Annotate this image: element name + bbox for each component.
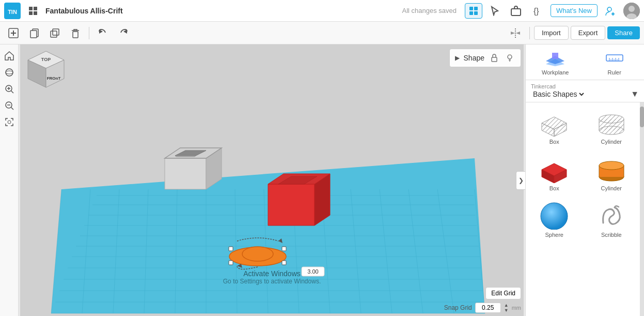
box-red-item[interactable]: Box (526, 149, 583, 195)
add-user-icon (605, 5, 616, 17)
saved-status: All changes saved (402, 7, 457, 14)
shape-panel-toggle[interactable]: ▶ (455, 54, 460, 62)
svg-rect-104 (606, 55, 623, 61)
canvas-svg: 3.00 (19, 44, 525, 316)
zoom-out-button[interactable] (2, 98, 17, 113)
svg-rect-9 (474, 11, 478, 15)
svg-rect-3 (34, 7, 37, 10)
viewport-cube[interactable]: TOP FROnT (23, 49, 69, 95)
zoom-out-icon (4, 100, 14, 111)
shape-library-select[interactable]: Basic Shapes (531, 89, 586, 99)
svg-rect-8 (469, 11, 473, 15)
svg-point-97 (508, 55, 512, 59)
cylinder-orange-icon (593, 153, 630, 183)
cylinder-orange-item[interactable]: Cylinder (583, 149, 640, 195)
collapse-panel-button[interactable]: ❯ (516, 171, 525, 190)
mm-label: mm (512, 305, 521, 311)
ruler-icon (604, 50, 625, 66)
edit-grid-button[interactable]: Edit Grid (485, 287, 521, 299)
project-name: Fantabulous Allis-Crift (45, 7, 123, 15)
svg-point-129 (599, 161, 624, 170)
snap-increment-button[interactable]: ▲ (504, 303, 509, 308)
svg-rect-85 (229, 261, 233, 265)
workplane-icon (545, 50, 566, 66)
mirror-icon (510, 27, 521, 39)
svg-text:3.00: 3.00 (307, 268, 318, 275)
lock-icon (490, 53, 499, 63)
svg-point-121 (599, 115, 624, 123)
briefcase-icon (510, 5, 522, 17)
orbit-button[interactable] (2, 65, 17, 80)
briefcase-button[interactable] (507, 3, 525, 19)
toolbar: Import Export Share (0, 22, 644, 44)
lock-button[interactable] (489, 52, 500, 64)
ruler-label: Ruler (608, 69, 621, 76)
dropdown-arrow-icon[interactable]: ▼ (631, 89, 639, 99)
workplane-ruler-bar: Workplane Ruler (526, 44, 644, 80)
svg-point-41 (8, 121, 11, 124)
sphere-blue-item[interactable]: Sphere (526, 195, 583, 242)
scribble-item[interactable]: Scribble (583, 195, 640, 242)
zoom-in-button[interactable] (2, 82, 17, 96)
scrollbar-thumb[interactable] (640, 107, 644, 127)
svg-rect-25 (73, 32, 78, 38)
tinkercad-logo[interactable]: TIN (4, 3, 21, 19)
undo-button[interactable] (93, 25, 112, 41)
svg-point-17 (629, 6, 635, 12)
topbar: TIN Fantabulous Allis-Crift All changes … (0, 0, 644, 22)
svg-rect-22 (30, 31, 37, 38)
share-button[interactable]: Share (607, 26, 640, 39)
svg-point-82 (242, 247, 273, 261)
zoom-in-icon (4, 84, 14, 94)
copy-button[interactable] (25, 25, 43, 41)
undo-icon (97, 27, 108, 39)
new-design-button[interactable] (4, 25, 23, 41)
cylinder-hole-item[interactable]: Cylinder (583, 102, 640, 149)
import-button[interactable]: Import (534, 26, 569, 40)
shape-lib-select-row: Basic Shapes ▼ (531, 89, 639, 99)
canvas-area[interactable]: 3.00 TOP FROnT ▶ Shape (19, 44, 525, 316)
svg-rect-7 (474, 7, 478, 10)
design-menu-button[interactable] (25, 4, 41, 18)
svg-marker-30 (516, 32, 520, 35)
svg-point-130 (541, 203, 568, 230)
grid-icon (28, 6, 38, 16)
code-button[interactable]: {} (529, 3, 546, 19)
mirror-tool-button[interactable] (506, 25, 525, 41)
ruler-button[interactable]: Ruler (585, 44, 645, 80)
bulb-button[interactable] (504, 52, 515, 64)
workplane-button[interactable]: Workplane (526, 44, 585, 80)
svg-rect-6 (469, 7, 473, 10)
svg-rect-5 (34, 11, 37, 15)
svg-marker-26 (99, 29, 103, 34)
redo-button[interactable] (114, 25, 133, 41)
add-user-button[interactable] (602, 3, 619, 19)
home-view-button[interactable] (2, 49, 17, 63)
separator-1 (89, 27, 89, 39)
svg-rect-84 (282, 247, 286, 251)
duplicate-icon (49, 27, 60, 39)
grid-view-button[interactable] (465, 3, 482, 19)
left-tools (0, 44, 19, 316)
fit-view-button[interactable] (2, 115, 17, 129)
svg-rect-24 (53, 29, 59, 35)
new-design-icon (8, 27, 19, 39)
pick-tool-button[interactable] (486, 4, 503, 18)
whats-new-button[interactable]: What's New (551, 4, 598, 17)
shapes-panel: Box (526, 102, 644, 316)
avatar[interactable] (623, 3, 640, 19)
right-scrollbar[interactable] (640, 102, 644, 316)
shapes-scroll-area: Box (526, 102, 640, 316)
shape-lib-header: Tinkercad Basic Shapes ▼ (526, 80, 644, 102)
snap-decrement-button[interactable]: ▼ (504, 308, 509, 313)
export-button[interactable]: Export (571, 26, 606, 40)
bulb-icon (505, 53, 514, 63)
snap-grid-input[interactable] (475, 303, 501, 313)
box-red-label: Box (549, 185, 559, 191)
box-hole-item[interactable]: Box (526, 102, 583, 149)
duplicate-button[interactable] (45, 25, 64, 41)
delete-button[interactable] (66, 25, 85, 41)
shapes-row-2: Box Cylinder (526, 149, 640, 195)
svg-text:{}: {} (533, 7, 539, 16)
svg-point-13 (607, 7, 611, 11)
